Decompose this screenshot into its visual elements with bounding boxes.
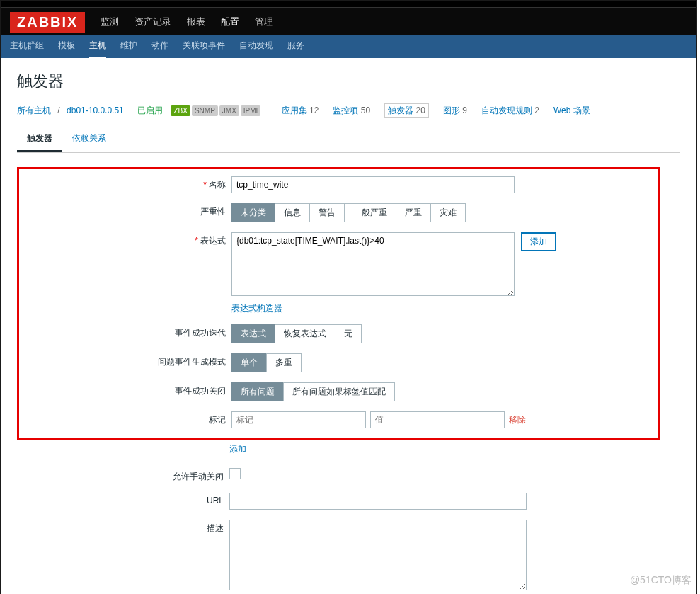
page-title: 触发器 bbox=[17, 71, 680, 92]
sub-nav-模板[interactable]: 模板 bbox=[58, 34, 75, 57]
tab-触发器[interactable]: 触发器 bbox=[17, 127, 62, 152]
tab-依赖关系[interactable]: 依赖关系 bbox=[62, 127, 116, 150]
allow-manual-checkbox[interactable] bbox=[229, 468, 241, 479]
main-nav-资产记录[interactable]: 资产记录 bbox=[134, 16, 171, 27]
severity-group: 未分类信息警告一般严重严重灾难 bbox=[231, 203, 466, 222]
label-allow-manual: 允许手动关闭 bbox=[17, 468, 229, 483]
logo: ZABBIX bbox=[10, 12, 85, 33]
breadcrumb: 所有主机 / db01-10.0.0.51 已启用 ZBXSNMPJMXIPMI… bbox=[17, 105, 680, 117]
label-description: 描述 bbox=[17, 520, 229, 535]
sub-nav: 主机群组模板主机维护动作关联项事件自动发现服务 bbox=[10, 34, 319, 59]
breadcrumb-all-hosts[interactable]: 所有主机 bbox=[17, 105, 51, 115]
problem-mode-单个[interactable]: 单个 bbox=[231, 353, 267, 372]
severity-警告[interactable]: 警告 bbox=[309, 203, 345, 222]
description-textarea[interactable] bbox=[229, 520, 527, 590]
sub-nav-自动发现[interactable]: 自动发现 bbox=[239, 34, 273, 57]
stat-触发器[interactable]: 触发器 20 bbox=[384, 103, 429, 118]
problem-mode-多重[interactable]: 多重 bbox=[266, 353, 302, 372]
severity-未分类[interactable]: 未分类 bbox=[231, 203, 275, 222]
severity-一般严重[interactable]: 一般严重 bbox=[344, 203, 396, 222]
sub-nav-关联项事件[interactable]: 关联项事件 bbox=[183, 34, 225, 57]
stat-监控项[interactable]: 监控项 50 bbox=[333, 105, 370, 115]
stat-应用集[interactable]: 应用集 12 bbox=[282, 105, 319, 115]
badge-snmp: SNMP bbox=[192, 105, 218, 116]
breadcrumb-sep: / bbox=[57, 105, 59, 115]
problem-mode-group: 单个多重 bbox=[231, 353, 302, 372]
label-event-gen: 事件成功迭代 bbox=[19, 324, 231, 339]
severity-严重[interactable]: 严重 bbox=[396, 203, 431, 222]
event-gen-恢复表达式[interactable]: 恢复表达式 bbox=[275, 324, 335, 343]
expression-add-button[interactable]: 添加 bbox=[521, 232, 556, 251]
main-nav-管理[interactable]: 管理 bbox=[255, 16, 273, 27]
label-severity: 严重性 bbox=[19, 203, 231, 218]
main-nav-配置[interactable]: 配置 bbox=[221, 16, 239, 27]
main-nav: 监测资产记录报表配置管理 bbox=[101, 16, 289, 28]
sub-nav-主机[interactable]: 主机 bbox=[89, 34, 106, 59]
ok-close-group: 所有问题所有问题如果标签值匹配 bbox=[231, 382, 395, 401]
highlight-box: *名称 严重性 未分类信息警告一般严重严重灾难 *表达式 添加 表达式构造器 bbox=[17, 167, 660, 440]
ok-close-所有问题如果标签值匹配[interactable]: 所有问题如果标签值匹配 bbox=[283, 382, 395, 401]
label-ok-close: 事件成功关闭 bbox=[19, 382, 231, 397]
watermark: @51CTO博客 bbox=[630, 574, 692, 587]
sub-nav-主机群组[interactable]: 主机群组 bbox=[10, 34, 44, 57]
event-gen-无[interactable]: 无 bbox=[335, 324, 362, 343]
main-nav-监测[interactable]: 监测 bbox=[101, 16, 119, 27]
expression-builder-link[interactable]: 表达式构造器 bbox=[231, 303, 282, 313]
sub-nav-服务[interactable]: 服务 bbox=[287, 34, 304, 57]
label-name: *名称 bbox=[19, 176, 231, 191]
status-enabled: 已启用 bbox=[137, 105, 163, 115]
sub-nav-维护[interactable]: 维护 bbox=[120, 34, 137, 57]
severity-灾难[interactable]: 灾难 bbox=[430, 203, 466, 222]
tag-name-input[interactable] bbox=[231, 411, 366, 428]
badge-zbx: ZBX bbox=[171, 105, 190, 116]
tag-add-link[interactable]: 添加 bbox=[229, 444, 246, 454]
ok-close-所有问题[interactable]: 所有问题 bbox=[231, 382, 284, 401]
name-input[interactable] bbox=[231, 176, 515, 193]
event-gen-表达式[interactable]: 表达式 bbox=[231, 324, 275, 343]
tag-remove-link[interactable]: 移除 bbox=[509, 414, 526, 426]
event-gen-group: 表达式恢复表达式无 bbox=[231, 324, 362, 343]
stat-自动发现规则[interactable]: 自动发现规则 2 bbox=[481, 105, 539, 115]
url-input[interactable] bbox=[229, 493, 527, 510]
breadcrumb-host[interactable]: db01-10.0.0.51 bbox=[67, 105, 124, 115]
main-nav-报表[interactable]: 报表 bbox=[187, 16, 205, 27]
main-header: ZABBIX 监测资产记录报表配置管理 bbox=[1, 7, 696, 35]
expression-textarea[interactable] bbox=[231, 232, 515, 296]
severity-信息[interactable]: 信息 bbox=[275, 203, 310, 222]
label-problem-mode: 问题事件生成模式 bbox=[19, 353, 231, 368]
badge-ipmi: IPMI bbox=[241, 105, 261, 116]
stat-图形[interactable]: 图形 9 bbox=[443, 105, 467, 115]
label-tags: 标记 bbox=[19, 411, 231, 426]
badge-jmx: JMX bbox=[219, 105, 239, 116]
sub-header: 主机群组模板主机维护动作关联项事件自动发现服务 bbox=[1, 35, 696, 58]
sub-nav-动作[interactable]: 动作 bbox=[151, 34, 168, 57]
stat-Web 场景[interactable]: Web 场景 bbox=[553, 105, 590, 115]
label-expression: *表达式 bbox=[19, 232, 231, 247]
tag-value-input[interactable] bbox=[370, 411, 505, 428]
tabs: 触发器依赖关系 bbox=[17, 127, 680, 153]
label-url: URL bbox=[17, 493, 229, 506]
